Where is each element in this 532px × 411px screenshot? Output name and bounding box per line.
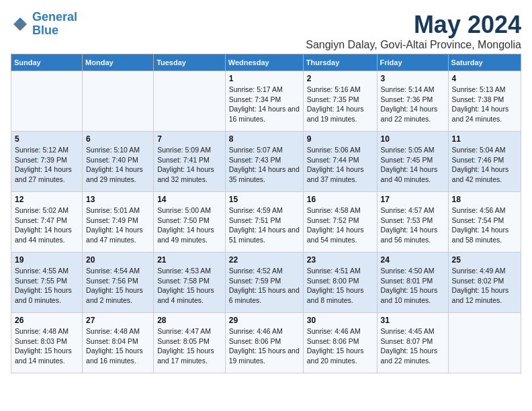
day-number: 31 [381,316,445,325]
day-info: Daylight: 14 hours and 42 minutes. [452,165,517,184]
day-info: Sunrise: 4:55 AM [15,266,79,276]
day-number: 17 [381,195,445,204]
calendar-cell: 6Sunrise: 5:10 AMSunset: 7:40 PMDaylight… [83,132,154,192]
calendar-cell: 9Sunrise: 5:06 AMSunset: 7:44 PMDaylight… [303,132,377,192]
day-info: Sunset: 8:06 PM [307,336,373,347]
day-info: Sunrise: 4:46 AM [307,326,373,336]
day-info: Sunset: 7:51 PM [229,216,300,226]
day-info: Daylight: 14 hours and 47 minutes. [86,225,150,244]
header-cell-friday: Friday [377,54,448,71]
calendar-cell: 30Sunrise: 4:46 AMSunset: 8:06 PMDayligh… [303,313,377,373]
header-cell-sunday: Sunday [11,54,83,71]
title-section: May 2024 Sangiyn Dalay, Govi-Altai Provi… [306,11,521,51]
day-number: 11 [452,134,517,144]
day-info: Daylight: 14 hours and 24 minutes. [452,104,517,124]
day-info: Sunrise: 4:45 AM [381,326,445,336]
day-info: Sunrise: 4:52 AM [229,266,300,276]
calendar-header: SundayMondayTuesdayWednesdayThursdayFrid… [11,54,521,71]
calendar-cell: 28Sunrise: 4:47 AMSunset: 8:05 PMDayligh… [154,313,226,373]
calendar-cell [448,313,521,373]
day-info: Sunset: 7:43 PM [229,155,300,165]
day-info: Sunset: 7:56 PM [86,276,150,286]
day-info: Daylight: 14 hours and 40 minutes. [381,165,445,184]
day-info: Daylight: 15 hours and 2 minutes. [86,285,150,305]
day-info: Daylight: 14 hours and 54 minutes. [307,225,373,244]
day-info: Sunset: 8:03 PM [15,336,79,347]
day-info: Daylight: 14 hours and 32 minutes. [157,165,222,184]
day-info: Daylight: 15 hours and 14 minutes. [15,346,79,365]
day-number: 8 [229,134,300,144]
day-info: Sunrise: 4:50 AM [381,266,445,276]
day-number: 12 [15,195,79,204]
calendar-cell: 13Sunrise: 5:01 AMSunset: 7:49 PMDayligh… [83,192,154,253]
calendar-cell: 4Sunrise: 5:13 AMSunset: 7:38 PMDaylight… [448,71,521,132]
day-info: Sunset: 7:34 PM [229,95,300,105]
day-info: Sunset: 7:49 PM [86,216,150,226]
day-info: Sunrise: 4:48 AM [15,326,79,336]
day-number: 27 [86,316,150,325]
logo-icon [11,15,30,34]
day-info: Sunset: 8:07 PM [381,336,445,347]
day-number: 1 [229,74,300,83]
day-number: 7 [157,134,222,144]
calendar-table: SundayMondayTuesdayWednesdayThursdayFrid… [11,54,521,373]
day-info: Sunrise: 5:02 AM [15,205,79,216]
calendar-week-2: 5Sunrise: 5:12 AMSunset: 7:39 PMDaylight… [11,132,521,192]
day-info: Daylight: 14 hours and 56 minutes. [381,225,445,244]
day-info: Daylight: 15 hours and 17 minutes. [157,346,222,365]
header-cell-tuesday: Tuesday [154,54,226,71]
day-number: 29 [229,316,300,325]
header-cell-saturday: Saturday [448,54,521,71]
day-info: Sunrise: 5:06 AM [307,145,373,155]
calendar-cell: 24Sunrise: 4:50 AMSunset: 8:01 PMDayligh… [377,253,448,313]
calendar-week-1: 1Sunrise: 5:17 AMSunset: 7:34 PMDaylight… [11,71,521,132]
logo-general: General [32,10,77,24]
day-info: Sunset: 7:47 PM [15,216,79,226]
day-info: Daylight: 14 hours and 51 minutes. [229,225,300,244]
day-info: Sunrise: 5:09 AM [157,145,222,155]
day-info: Daylight: 14 hours and 29 minutes. [86,165,150,184]
day-info: Daylight: 15 hours and 4 minutes. [157,285,222,305]
calendar-cell: 12Sunrise: 5:02 AMSunset: 7:47 PMDayligh… [11,192,83,253]
calendar-body: 1Sunrise: 5:17 AMSunset: 7:34 PMDaylight… [11,71,521,373]
day-info: Sunrise: 4:53 AM [157,266,222,276]
day-number: 24 [381,255,445,265]
day-info: Sunrise: 4:54 AM [86,266,150,276]
calendar-cell: 3Sunrise: 5:14 AMSunset: 7:36 PMDaylight… [377,71,448,132]
calendar-cell: 21Sunrise: 4:53 AMSunset: 7:58 PMDayligh… [154,253,226,313]
calendar-cell: 20Sunrise: 4:54 AMSunset: 7:56 PMDayligh… [83,253,154,313]
calendar-cell: 2Sunrise: 5:16 AMSunset: 7:35 PMDaylight… [303,71,377,132]
header-cell-thursday: Thursday [303,54,377,71]
calendar-subtitle: Sangiyn Dalay, Govi-Altai Province, Mong… [306,39,521,51]
calendar-cell: 10Sunrise: 5:05 AMSunset: 7:45 PMDayligh… [377,132,448,192]
day-info: Sunset: 7:36 PM [381,95,445,105]
header-row: SundayMondayTuesdayWednesdayThursdayFrid… [11,54,521,71]
calendar-cell: 18Sunrise: 4:56 AMSunset: 7:54 PMDayligh… [448,192,521,253]
day-number: 13 [86,195,150,204]
day-info: Daylight: 14 hours and 37 minutes. [307,165,373,184]
day-number: 20 [86,255,150,265]
calendar-cell: 26Sunrise: 4:48 AMSunset: 8:03 PMDayligh… [11,313,83,373]
day-info: Sunset: 7:59 PM [229,276,300,286]
day-number: 9 [307,134,373,144]
day-number: 5 [15,134,79,144]
day-info: Daylight: 15 hours and 22 minutes. [381,346,445,365]
day-info: Sunrise: 5:00 AM [157,205,222,216]
day-info: Sunset: 7:52 PM [307,216,373,226]
calendar-cell [83,71,154,132]
day-number: 21 [157,255,222,265]
calendar-cell: 25Sunrise: 4:49 AMSunset: 8:02 PMDayligh… [448,253,521,313]
day-info: Sunset: 7:44 PM [307,155,373,165]
day-info: Sunset: 7:39 PM [15,155,79,165]
day-info: Sunrise: 5:07 AM [229,145,300,155]
day-info: Sunrise: 4:59 AM [229,205,300,216]
day-number: 30 [307,316,373,325]
calendar-cell: 7Sunrise: 5:09 AMSunset: 7:41 PMDaylight… [154,132,226,192]
day-info: Sunset: 7:53 PM [381,216,445,226]
day-info: Sunrise: 5:12 AM [15,145,79,155]
day-info: Sunset: 7:58 PM [157,276,222,286]
day-info: Sunrise: 4:47 AM [157,326,222,336]
day-info: Sunrise: 4:49 AM [452,266,517,276]
day-info: Sunrise: 5:14 AM [381,85,445,95]
calendar-cell: 1Sunrise: 5:17 AMSunset: 7:34 PMDaylight… [225,71,303,132]
